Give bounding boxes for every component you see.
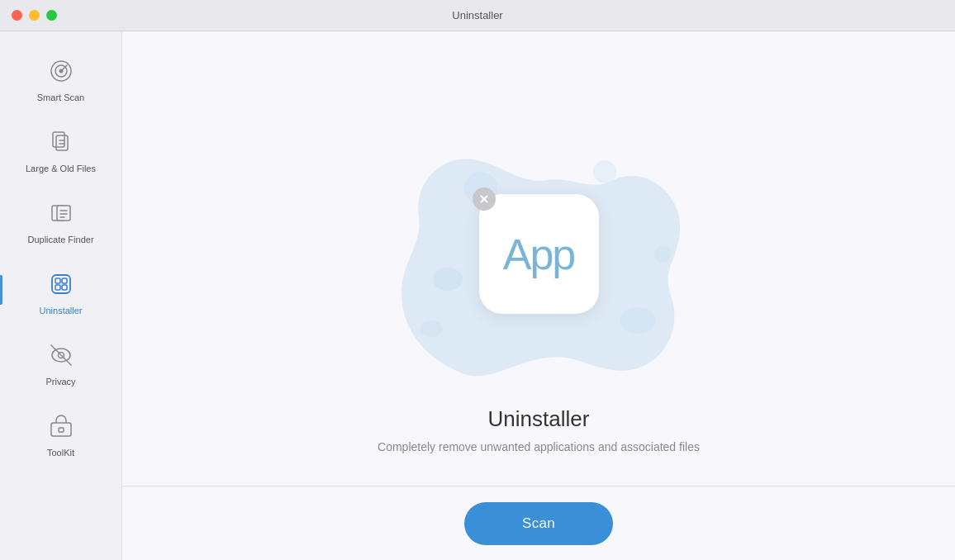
svg-rect-15	[62, 278, 67, 283]
sidebar: Smart Scan Large & Old Files	[0, 31, 122, 560]
scan-button-area: Scan	[122, 486, 955, 560]
radar-icon	[43, 53, 79, 89]
sidebar-item-label-toolkit: ToolKit	[47, 448, 74, 458]
sidebar-item-label-privacy: Privacy	[45, 377, 75, 387]
svg-rect-4	[53, 132, 64, 147]
svg-rect-16	[55, 285, 60, 290]
svg-rect-9	[57, 206, 70, 221]
scan-button[interactable]: Scan	[464, 502, 613, 545]
svg-rect-5	[56, 135, 68, 150]
svg-point-26	[593, 160, 616, 183]
maximize-button[interactable]	[46, 10, 57, 21]
app-icon-card: App	[479, 194, 599, 314]
page-title: Uninstaller	[488, 406, 590, 432]
sidebar-item-privacy[interactable]: Privacy	[7, 329, 115, 393]
svg-point-24	[620, 307, 656, 334]
sidebar-item-large-old-files[interactable]: Large & Old Files	[7, 116, 115, 180]
sidebar-item-label-large-old-files: Large & Old Files	[26, 164, 96, 173]
svg-rect-21	[51, 423, 71, 436]
sidebar-item-label-duplicate-finder: Duplicate Finder	[27, 235, 93, 244]
toolkit-icon	[43, 408, 79, 444]
uninstaller-icon	[43, 266, 79, 302]
sidebar-item-smart-scan[interactable]: Smart Scan	[7, 45, 115, 109]
svg-rect-17	[62, 285, 67, 290]
window-controls[interactable]	[12, 10, 57, 21]
page-description: Completely remove unwanted applications …	[378, 440, 700, 453]
minimize-button[interactable]	[29, 10, 40, 21]
titlebar: Uninstaller	[0, 0, 955, 31]
privacy-icon	[43, 337, 79, 373]
sidebar-item-toolkit[interactable]: ToolKit	[7, 400, 115, 464]
svg-rect-13	[52, 275, 70, 293]
window-title: Uninstaller	[0, 9, 955, 21]
sidebar-item-label-uninstaller: Uninstaller	[40, 306, 83, 316]
svg-point-23	[433, 268, 463, 291]
svg-point-27	[654, 246, 671, 263]
main-layout: Smart Scan Large & Old Files	[0, 31, 955, 560]
sidebar-item-duplicate-finder[interactable]: Duplicate Finder	[7, 187, 115, 251]
svg-point-28	[420, 320, 443, 337]
illustration-container: App	[365, 122, 712, 387]
app-icon-text: App	[503, 230, 575, 279]
svg-rect-14	[55, 278, 60, 283]
remove-badge	[473, 187, 496, 211]
sidebar-item-uninstaller[interactable]: Uninstaller	[7, 258, 115, 322]
sidebar-item-label-smart-scan: Smart Scan	[37, 93, 84, 102]
duplicate-icon	[43, 195, 79, 231]
close-button[interactable]	[12, 10, 22, 21]
file-icon	[43, 124, 79, 160]
content-area: App Uninstaller Completely remove unwant…	[122, 31, 955, 560]
svg-rect-22	[59, 428, 64, 432]
